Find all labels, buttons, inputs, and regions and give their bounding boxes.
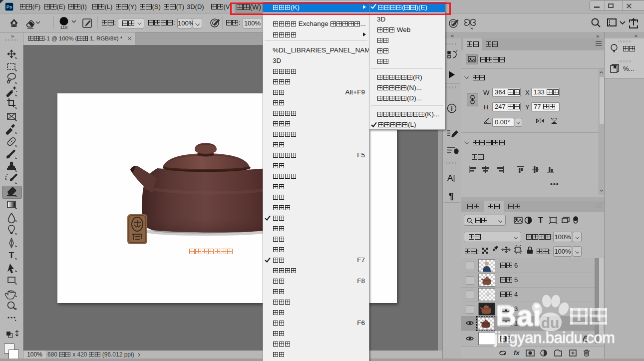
svg-text:i: i <box>451 105 452 112</box>
svg-text:¶: ¶ <box>449 191 454 201</box>
svg-text:T: T <box>538 216 543 225</box>
svg-text:A|: A| <box>447 173 455 183</box>
svg-text:T: T <box>9 251 14 260</box>
svg-text:118: 118 <box>60 24 67 30</box>
